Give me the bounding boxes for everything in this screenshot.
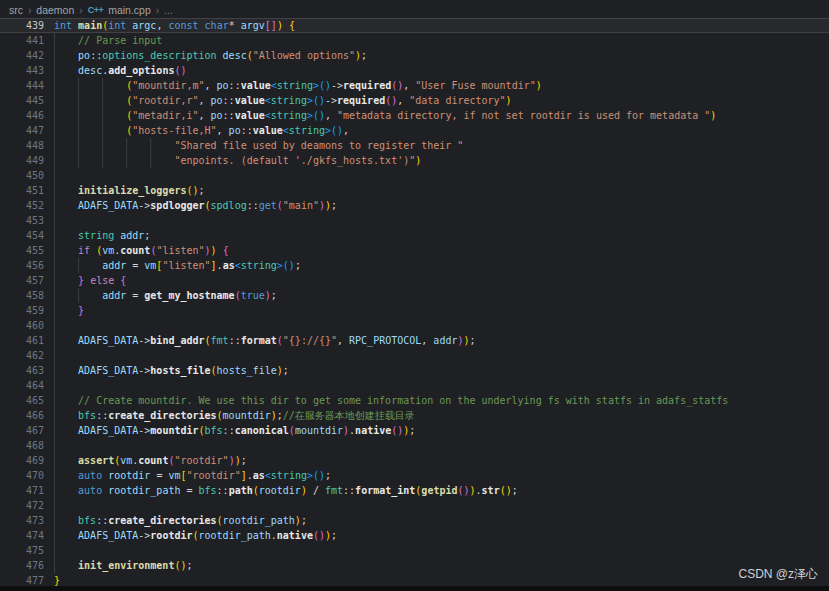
breadcrumb-item-daemon[interactable]: daemon xyxy=(36,4,74,16)
code-line[interactable]: 448"Shared file used by deamons to regis… xyxy=(0,138,829,153)
line-number[interactable]: 444 xyxy=(0,78,54,93)
code-line[interactable]: 475 xyxy=(0,543,829,558)
code-line[interactable]: 470auto rootdir = vm["rootdir"].as<strin… xyxy=(0,468,829,483)
breadcrumb-item-filename[interactable]: main.cpp xyxy=(108,4,151,16)
indent-guides xyxy=(54,378,78,393)
line-number[interactable]: 448 xyxy=(0,138,54,153)
code-line[interactable]: 474ADAFS_DATA->rootdir(rootdir_path.nati… xyxy=(0,528,829,543)
line-number[interactable]: 472 xyxy=(0,498,54,513)
line-number[interactable]: 457 xyxy=(0,273,54,288)
line-number[interactable]: 473 xyxy=(0,513,54,528)
code-line[interactable]: 450 xyxy=(0,168,829,183)
code-line[interactable]: 445("rootdir,r", po::value<string>()->re… xyxy=(0,93,829,108)
line-number[interactable]: 474 xyxy=(0,528,54,543)
line-number[interactable]: 441 xyxy=(0,33,54,48)
line-number[interactable]: 465 xyxy=(0,393,54,408)
code-line[interactable]: 471auto rootdir_path = bfs::path(rootdir… xyxy=(0,483,829,498)
indent-guides xyxy=(54,288,102,303)
code-line[interactable]: 444("mountdir,m", po::value<string>()->r… xyxy=(0,78,829,93)
code-line[interactable]: 461ADAFS_DATA->bind_addr(fmt::format("{}… xyxy=(0,333,829,348)
code-line[interactable]: 451initialize_loggers(); xyxy=(0,183,829,198)
code-line[interactable]: 441// Parse input xyxy=(0,33,829,48)
code-line[interactable]: 447("hosts-file,H", po::value<string>(), xyxy=(0,123,829,138)
line-number[interactable]: 449 xyxy=(0,153,54,168)
line-number[interactable]: 455 xyxy=(0,243,54,258)
breadcrumb-item-src[interactable]: src xyxy=(9,4,23,16)
code-line[interactable]: 472 xyxy=(0,498,829,513)
line-number[interactable]: 452 xyxy=(0,198,54,213)
code-line[interactable]: 449"enpoints. (default './gkfs_hosts.txt… xyxy=(0,153,829,168)
code-editor[interactable]: 439int main(int argc, const char* argv[]… xyxy=(0,18,829,588)
line-number[interactable]: 456 xyxy=(0,258,54,273)
line-number[interactable]: 463 xyxy=(0,363,54,378)
code-line[interactable]: 455if (vm.count("listen")) { xyxy=(0,243,829,258)
code-line-text: ("metadir,i", po::value<string>(), "meta… xyxy=(54,108,829,123)
code-line[interactable]: 457} else { xyxy=(0,273,829,288)
code-line-text: addr = vm["listen"].as<string>(); xyxy=(54,258,829,273)
line-number[interactable]: 469 xyxy=(0,453,54,468)
code-line[interactable]: 454string addr; xyxy=(0,228,829,243)
line-number[interactable]: 460 xyxy=(0,318,54,333)
code-line[interactable]: 460 xyxy=(0,318,829,333)
code-line-text: po::options_description desc("Allowed op… xyxy=(54,48,829,63)
line-number[interactable]: 470 xyxy=(0,468,54,483)
line-number[interactable]: 451 xyxy=(0,183,54,198)
code-line[interactable]: 462 xyxy=(0,348,829,363)
line-number[interactable]: 467 xyxy=(0,423,54,438)
indent-guides xyxy=(54,213,78,228)
line-number[interactable]: 461 xyxy=(0,333,54,348)
code-line[interactable]: 468 xyxy=(0,438,829,453)
code-line[interactable]: 452ADAFS_DATA->spdlogger(spdlog::get("ma… xyxy=(0,198,829,213)
code-line-text xyxy=(54,438,829,453)
line-number[interactable]: 442 xyxy=(0,48,54,63)
code-line[interactable]: 459} xyxy=(0,303,829,318)
breadcrumb: src › daemon › C++ main.cpp › ... xyxy=(0,0,829,18)
line-number[interactable]: 443 xyxy=(0,63,54,78)
code-line[interactable]: 453 xyxy=(0,213,829,228)
line-number[interactable]: 453 xyxy=(0,213,54,228)
line-number[interactable]: 462 xyxy=(0,348,54,363)
code-line-text: // Create mountdir. We use this dir to g… xyxy=(54,393,829,408)
code-line-text xyxy=(54,318,829,333)
indent-guides xyxy=(54,243,78,258)
code-line[interactable]: 476init_environment(); xyxy=(0,558,829,573)
code-line-text: "enpoints. (default './gkfs_hosts.txt')"… xyxy=(54,153,829,168)
code-line[interactable]: 442po::options_description desc("Allowed… xyxy=(0,48,829,63)
code-line-text: bfs::create_directories(mountdir);//在服务器… xyxy=(54,408,829,423)
code-line[interactable]: 456addr = vm["listen"].as<string>(); xyxy=(0,258,829,273)
code-line[interactable]: 467ADAFS_DATA->mountdir(bfs::canonical(m… xyxy=(0,423,829,438)
line-number[interactable]: 476 xyxy=(0,558,54,573)
line-number[interactable]: 459 xyxy=(0,303,54,318)
code-line[interactable]: 458addr = get_my_hostname(true); xyxy=(0,288,829,303)
code-line[interactable]: 464 xyxy=(0,378,829,393)
line-number[interactable]: 454 xyxy=(0,228,54,243)
line-number[interactable]: 447 xyxy=(0,123,54,138)
code-line[interactable]: 463ADAFS_DATA->hosts_file(hosts_file); xyxy=(0,363,829,378)
line-number[interactable]: 458 xyxy=(0,288,54,303)
code-line[interactable]: 443desc.add_options() xyxy=(0,63,829,78)
code-line-text: ADAFS_DATA->rootdir(rootdir_path.native(… xyxy=(54,528,829,543)
code-area[interactable]: 439int main(int argc, const char* argv[]… xyxy=(0,18,829,588)
line-number[interactable]: 475 xyxy=(0,543,54,558)
code-line-text: string addr; xyxy=(54,228,829,243)
code-line-text: desc.add_options() xyxy=(54,63,829,78)
code-line-text: ADAFS_DATA->spdlogger(spdlog::get("main"… xyxy=(54,198,829,213)
line-number[interactable]: 446 xyxy=(0,108,54,123)
code-line[interactable]: 439int main(int argc, const char* argv[]… xyxy=(0,18,829,33)
line-number[interactable]: 439 xyxy=(0,18,54,33)
breadcrumb-item-symbol[interactable]: ... xyxy=(164,4,173,16)
line-number[interactable]: 464 xyxy=(0,378,54,393)
line-number[interactable]: 471 xyxy=(0,483,54,498)
code-line[interactable]: 465// Create mountdir. We use this dir t… xyxy=(0,393,829,408)
indent-guides xyxy=(54,363,78,378)
code-line[interactable]: 473bfs::create_directories(rootdir_path)… xyxy=(0,513,829,528)
code-line[interactable]: 469assert(vm.count("rootdir")); xyxy=(0,453,829,468)
line-number[interactable]: 468 xyxy=(0,438,54,453)
line-number[interactable]: 466 xyxy=(0,408,54,423)
line-number[interactable]: 450 xyxy=(0,168,54,183)
indent-guides xyxy=(54,528,78,543)
code-line-text: ADAFS_DATA->bind_addr(fmt::format("{}://… xyxy=(54,333,829,348)
line-number[interactable]: 445 xyxy=(0,93,54,108)
code-line[interactable]: 446("metadir,i", po::value<string>(), "m… xyxy=(0,108,829,123)
code-line[interactable]: 466bfs::create_directories(mountdir);//在… xyxy=(0,408,829,423)
